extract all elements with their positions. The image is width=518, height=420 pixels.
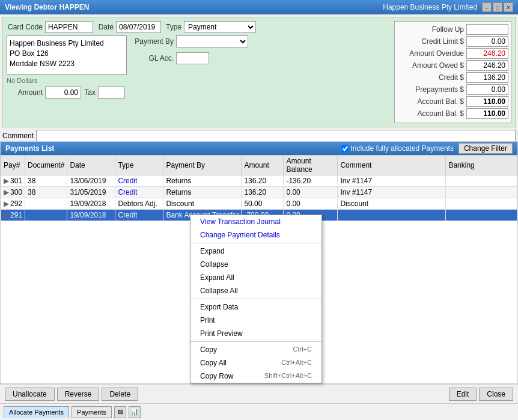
address-line2: PO Box 126: [10, 49, 124, 59]
type-select[interactable]: Payment: [184, 21, 256, 33]
separator2: [190, 299, 321, 299]
table-row[interactable]: ▶300 38 31/05/2019 Credit Returns 136.20…: [1, 187, 517, 198]
col-banking: Banking: [446, 156, 517, 175]
include-allocated-checkbox[interactable]: [341, 145, 349, 153]
payment-by-select[interactable]: [176, 35, 248, 47]
payments-tab-button[interactable]: Payments: [72, 406, 112, 418]
amount-owed-row: Amount Owed $: [397, 60, 508, 71]
table-row[interactable]: ▶292 19/09/2018 Debtors Adj. Discount 50…: [1, 198, 517, 210]
allocate-payments-button[interactable]: Allocate Payments: [4, 406, 69, 418]
context-menu-item-copy[interactable]: Copy Ctrl+C: [190, 343, 321, 356]
amount-input[interactable]: [45, 87, 81, 99]
context-menu-item-view-journal[interactable]: View Transaction Journal: [190, 215, 321, 228]
context-menu-item-export[interactable]: Export Data: [190, 300, 321, 314]
amount-owed-value: [466, 60, 508, 71]
card-date-type-row: Card Code Date Type Payment: [7, 21, 389, 33]
cell-date: 19/09/2018: [67, 198, 115, 210]
amount-label: Amount: [7, 88, 43, 97]
title-bar-right: Happen Business Pty Limited – □ ✕: [383, 2, 513, 12]
credit-limit-value: [466, 36, 508, 47]
context-menu-item-print-preview[interactable]: Print Preview: [190, 327, 321, 340]
cell-banking: [446, 187, 517, 198]
comment-input[interactable]: [36, 130, 516, 142]
amount-owed-label: Amount Owed $: [412, 61, 464, 70]
address-line3: Mortdale NSW 2223: [10, 59, 124, 69]
title-bar: Viewing Debtor HAPPEN Happen Business Pt…: [0, 0, 518, 14]
change-filter-button[interactable]: Change Filter: [459, 143, 513, 154]
account-bal2-row: Account Bal. $: [397, 108, 508, 119]
card-code-label: Card Code: [7, 23, 43, 31]
amount-tax-row: Amount Tax: [7, 87, 389, 99]
payments-header: Payments List Include fully allocated Pa…: [1, 142, 517, 155]
context-menu-item-expand-all[interactable]: Expand All: [190, 271, 321, 284]
credit-limit-row: Credit Limit $: [397, 36, 508, 47]
payments-table: Pay# Document# Date Type Payment By Amou…: [1, 155, 517, 221]
bottom-toolbar: Unallocate Reverse Delete Edit Close: [0, 384, 518, 403]
gl-acc-input[interactable]: [176, 52, 209, 64]
close-button[interactable]: Close: [479, 388, 513, 401]
close-button[interactable]: ✕: [504, 2, 513, 12]
unallocate-button[interactable]: Unallocate: [5, 388, 55, 401]
cell-type: Credit: [115, 210, 163, 221]
table-row[interactable]: ▶301 38 13/06/2019 Credit Returns 136.20…: [1, 175, 517, 187]
cell-payby: Discount: [163, 198, 242, 210]
table-header-row: Pay# Document# Date Type Payment By Amou…: [1, 156, 517, 175]
cell-type: Debtors Adj.: [115, 198, 163, 210]
col-pay: Pay#: [1, 156, 25, 175]
chart-icon[interactable]: 📊: [129, 406, 141, 418]
cell-comment: Inv #1147: [338, 187, 446, 198]
top-form-area: Card Code Date Type Payment Happen Busin…: [2, 17, 516, 127]
restore-button[interactable]: □: [493, 2, 502, 12]
cell-pay: ▶301: [1, 175, 25, 187]
cell-balance: 0.00: [284, 187, 338, 198]
account-bal2-label: Account Bal. $: [418, 109, 464, 118]
include-allocated-checkbox-label[interactable]: Include fully allocated Payments: [341, 144, 454, 153]
context-menu-item-copy-row[interactable]: Copy Row Shift+Ctrl+Alt+C: [190, 370, 321, 383]
tax-input[interactable]: [98, 87, 125, 99]
delete-button[interactable]: Delete: [102, 388, 138, 401]
include-allocated-label: Include fully allocated Payments: [351, 144, 454, 153]
cell-type: Credit: [115, 187, 163, 198]
address-line1: Happen Business Pty Limited: [10, 38, 124, 49]
col-balance: Amount Balance: [284, 156, 338, 175]
address-box: Happen Business Pty Limited PO Box 126 M…: [7, 35, 127, 75]
payments-header-controls: Include fully allocated Payments Change …: [341, 143, 513, 154]
context-menu-item-print[interactable]: Print: [190, 314, 321, 327]
col-amount: Amount: [242, 156, 284, 175]
account-bal2-value: [466, 108, 508, 119]
company-name: Happen Business Pty Limited: [383, 3, 477, 11]
amount-overdue-label: Amount Overdue: [409, 49, 464, 58]
context-menu-item-collapse-all[interactable]: Collapse All: [190, 284, 321, 297]
window-controls: – □ ✕: [482, 2, 513, 12]
cell-date: 31/05/2019: [67, 187, 115, 198]
reverse-button[interactable]: Reverse: [57, 388, 100, 401]
no-dollars: No Dollars: [7, 77, 389, 84]
prepayments-label: Prepayments $: [415, 85, 464, 94]
context-menu-item-collapse[interactable]: Collapse: [190, 258, 321, 271]
cell-doc: [25, 198, 67, 210]
amount-overdue-row: Amount Overdue: [397, 48, 508, 59]
account-bal1-row: Account Bal. $: [397, 96, 508, 107]
credit-limit-label: Credit Limit $: [421, 37, 464, 46]
cell-doc: 38: [25, 187, 67, 198]
context-menu-item-copy-all[interactable]: Copy All Ctrl+Alt+C: [190, 356, 321, 370]
date-input[interactable]: [116, 21, 161, 33]
grid-icon[interactable]: ⊠: [114, 406, 126, 418]
col-date: Date: [67, 156, 115, 175]
minimize-button[interactable]: –: [482, 2, 492, 12]
cell-type: Credit: [115, 175, 163, 187]
cell-banking: [446, 175, 517, 187]
payment-by-row: Payment By: [132, 35, 248, 47]
context-menu: View Transaction Journal Change Payment …: [190, 215, 322, 383]
context-menu-item-expand[interactable]: Expand: [190, 245, 321, 258]
card-code-input[interactable]: [45, 21, 93, 33]
comment-row: Comment: [2, 130, 516, 142]
col-type: Type: [115, 156, 163, 175]
separator3: [190, 341, 321, 342]
cell-date: 19/09/2018: [67, 210, 115, 221]
cell-payby: Returns: [163, 175, 242, 187]
context-menu-item-change-payment[interactable]: Change Payment Details: [190, 228, 321, 242]
col-payby: Payment By: [163, 156, 242, 175]
follow-up-input[interactable]: [466, 24, 508, 35]
edit-button[interactable]: Edit: [449, 388, 477, 401]
